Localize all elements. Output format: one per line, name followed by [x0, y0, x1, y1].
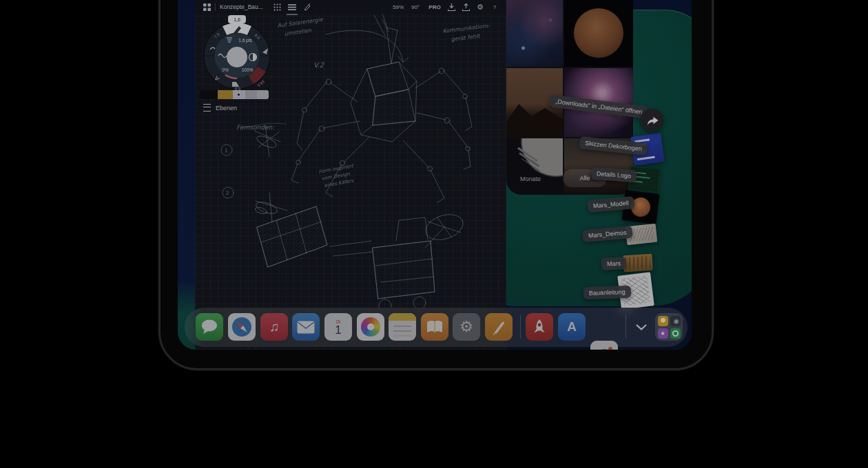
- dot-grid-icon[interactable]: [271, 0, 283, 14]
- dock-app-c[interactable]: C: [590, 341, 618, 350]
- annotation-probes: Fernsonden:: [236, 124, 275, 131]
- annotation-probe-1: 1: [225, 148, 227, 153]
- layers-menu-icon: [203, 104, 211, 111]
- pen-tool-icon[interactable]: [301, 0, 313, 14]
- dock-app-mail[interactable]: [292, 313, 320, 341]
- music-note-icon: ♫: [269, 319, 279, 334]
- c-blob-icon: C: [599, 345, 610, 350]
- app-library-mini-camera: [670, 316, 681, 326]
- appstore-a-icon: A: [567, 319, 577, 334]
- palette-swatch-black[interactable]: [200, 90, 218, 99]
- annotation-comm-line2: gerät fehlt: [451, 33, 482, 43]
- photo-nebula-horsehead[interactable]: [506, 0, 563, 67]
- calendar-day: 1: [335, 324, 341, 336]
- dock-divider-2: [626, 315, 626, 339]
- thumb-mars[interactable]: [623, 254, 653, 273]
- settings-gear-icon[interactable]: ⚙: [475, 0, 486, 14]
- palette-swatch-gold[interactable]: [218, 90, 233, 99]
- import-icon[interactable]: [446, 0, 457, 14]
- palette-swatch-lightgray[interactable]: [233, 90, 245, 99]
- photo-mars-planet[interactable]: [564, 0, 633, 67]
- pro-badge[interactable]: PRO: [426, 0, 443, 14]
- photos-flower-icon: [361, 317, 380, 337]
- rocket-icon: [530, 318, 548, 336]
- annotation-solar-line2: umstellen: [284, 27, 312, 37]
- drawing-toolbar: Konzepte_Bau... 59% 90° PRO ⚙ ?: [195, 0, 506, 14]
- app-library-mini-lightbulb: [658, 316, 668, 326]
- layers-label: Ebenen: [216, 105, 237, 111]
- annotation-version: V.2: [313, 61, 324, 69]
- pen-icon: [490, 319, 507, 335]
- dock-app-messages[interactable]: [196, 313, 223, 341]
- app-library-mini-clock: [670, 328, 681, 339]
- gear-icon: ⚙: [459, 318, 473, 336]
- dock-app-photos[interactable]: [357, 313, 384, 341]
- dock-app-sketch[interactable]: [485, 313, 513, 341]
- dock-collapse-button[interactable]: [631, 320, 652, 334]
- open-book-icon: [426, 319, 444, 334]
- tool-wheel[interactable]: 1,6 7,5 8,5 14,5 6,8 A 1,6 pts 0% 100%: [199, 15, 275, 92]
- app-library-button[interactable]: ★: [655, 313, 683, 341]
- photo-spacecraft[interactable]: [506, 138, 563, 195]
- ipad-screen: Monate Alle: [178, 0, 692, 350]
- dock-app-settings[interactable]: ⚙: [453, 313, 480, 341]
- dock-app-books[interactable]: [421, 313, 448, 341]
- annotation-probe-2: 2: [226, 191, 229, 196]
- dock: ♫ Di 1 ⚙ A C: [185, 308, 688, 347]
- palette-swatch-midgray[interactable]: [245, 90, 257, 99]
- layers-button[interactable]: Ebenen: [203, 104, 237, 111]
- share-button[interactable]: [641, 109, 663, 131]
- document-title[interactable]: Konzepte_Bau...: [220, 0, 273, 14]
- zoom-level[interactable]: 59%: [389, 0, 407, 14]
- annotation-comm-line1: Kommunikations-: [442, 22, 491, 34]
- annotation-solar-line1: Auf Solarenergie: [277, 17, 324, 29]
- share-arrow-icon: [645, 114, 659, 127]
- active-size-tab: 1,6: [234, 17, 240, 22]
- dock-app-calendar[interactable]: Di 1: [324, 313, 352, 341]
- toolbar-separator: [215, 3, 216, 11]
- dock-app-notes[interactable]: [389, 313, 416, 341]
- tab-monate[interactable]: Monate: [520, 176, 541, 182]
- color-preview[interactable]: [227, 47, 247, 67]
- dock-app-music[interactable]: ♫: [260, 313, 288, 341]
- drag-label-mars[interactable]: Mars: [601, 257, 627, 270]
- dock-app-safari[interactable]: [228, 313, 256, 341]
- chat-bubble-icon: [200, 319, 218, 335]
- rotation-value[interactable]: 90°: [407, 0, 424, 14]
- drag-label-bauanleitung[interactable]: Bauanleitung: [583, 286, 631, 299]
- envelope-icon: [297, 321, 315, 334]
- compass-icon: [231, 316, 253, 338]
- app-grid-icon[interactable]: [200, 0, 213, 14]
- dock-divider: [520, 315, 521, 339]
- help-icon[interactable]: ?: [489, 0, 500, 14]
- stroke-width-label: 1,6 pts: [238, 38, 252, 43]
- export-icon[interactable]: [460, 0, 471, 14]
- dock-app-rocket[interactable]: [526, 313, 553, 341]
- drawing-canvas[interactable]: Auf Solarenergie umstellen Kommunikation…: [195, 0, 506, 350]
- layers-panel-icon[interactable]: [286, 0, 298, 14]
- palette-swatch-gray[interactable]: [257, 90, 269, 99]
- app-library-mini-star: ★: [658, 328, 668, 339]
- color-palette-bar: [200, 90, 269, 99]
- chevron-down-icon: [636, 324, 647, 330]
- opacity-max-label: 100%: [242, 67, 254, 72]
- dock-app-appstore[interactable]: A: [558, 313, 586, 341]
- opacity-min-label: 0%: [222, 67, 229, 72]
